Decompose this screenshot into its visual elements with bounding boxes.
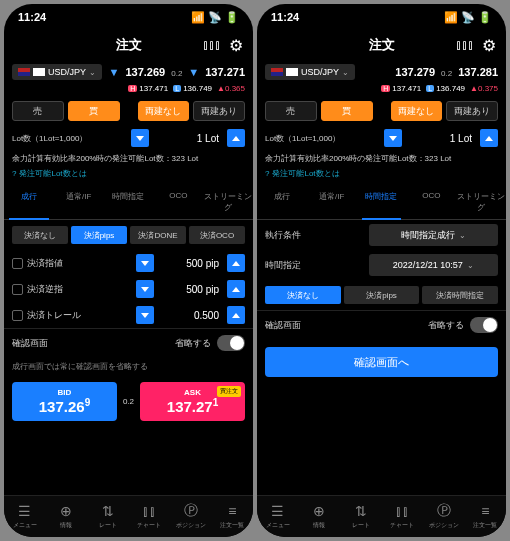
tab-market[interactable]: 成行: [257, 185, 307, 219]
lot-info-link[interactable]: ?発注可能Lot数とは: [4, 166, 253, 185]
seg-pips[interactable]: 決済pips: [344, 286, 420, 304]
chevron-down-icon: ⌄: [459, 231, 466, 240]
arrow-up-icon: ▲: [470, 84, 478, 93]
nav-menu[interactable]: ☰メニュー: [4, 496, 46, 537]
nav-orders[interactable]: ≡注文一覧: [212, 496, 254, 537]
phone-right: 11:24 📶 📡 🔋 注文 ⫿⫿⫿ ⚙ USD/JPY ⌄ 137.279 0…: [257, 4, 506, 537]
tab-market[interactable]: 成行: [4, 185, 54, 219]
nav-chart[interactable]: ⫿⫿チャート: [382, 496, 424, 537]
lot-info-link[interactable]: ?発注可能Lot数とは: [257, 166, 506, 185]
increment[interactable]: [227, 280, 245, 298]
tab-oco[interactable]: OCO: [153, 185, 203, 219]
arrow-down-icon: ▼: [188, 66, 199, 78]
lot-decrement[interactable]: [384, 129, 402, 147]
time-label: 時間指定: [265, 259, 365, 272]
pair-selector[interactable]: USD/JPY ⌄: [265, 64, 355, 80]
tab-oco[interactable]: OCO: [406, 185, 456, 219]
checkbox[interactable]: [12, 258, 23, 269]
seg-time[interactable]: 決済時間指定: [422, 286, 498, 304]
tab-normal[interactable]: 通常/IF: [307, 185, 357, 219]
rate-icon: ⇅: [353, 503, 369, 519]
increment[interactable]: [227, 254, 245, 272]
nav-position[interactable]: Ⓟポジション: [423, 496, 465, 537]
seg-pips[interactable]: 決済pips: [71, 226, 127, 244]
checkbox[interactable]: [12, 284, 23, 295]
rate-icon: ⇅: [100, 503, 116, 519]
lot-increment[interactable]: [227, 129, 245, 147]
nav-rate[interactable]: ⇅レート: [87, 496, 129, 537]
phone-left: 11:24 📶 📡 🔋 注文 ⫿⫿⫿ ⚙ USD/JPY ⌄ ▼137.269 …: [4, 4, 253, 537]
nav-menu[interactable]: ☰メニュー: [257, 496, 299, 537]
sell-button[interactable]: 売: [12, 101, 64, 121]
cross-none-button[interactable]: 両建なし: [391, 101, 443, 121]
increment[interactable]: [227, 306, 245, 324]
decrement[interactable]: [136, 254, 154, 272]
sell-button[interactable]: 売: [265, 101, 317, 121]
lot-decrement[interactable]: [131, 129, 149, 147]
nav-rate[interactable]: ⇅レート: [340, 496, 382, 537]
question-icon: ?: [265, 169, 269, 178]
lot-increment[interactable]: [480, 129, 498, 147]
lot-value[interactable]: 1 Lot: [153, 133, 223, 144]
chart-icon: ⫿⫿: [394, 503, 410, 519]
bid-price: 137.279: [395, 66, 435, 78]
tab-normal[interactable]: 通常/IF: [54, 185, 104, 219]
confirm-toggle[interactable]: [470, 317, 498, 333]
nav-info[interactable]: ⊕情報: [46, 496, 88, 537]
margin-info: 余力計算有効比率200%時の発注可能Lot数：323 Lot: [4, 151, 253, 166]
cross-none-button[interactable]: 両建なし: [138, 101, 190, 121]
chart-icon[interactable]: ⫿⫿⫿: [456, 38, 474, 52]
gear-icon[interactable]: ⚙: [229, 36, 243, 55]
battery-icon: 🔋: [478, 11, 492, 24]
nav-orders[interactable]: ≡注文一覧: [465, 496, 507, 537]
decrement[interactable]: [136, 306, 154, 324]
trail-value[interactable]: 0.500: [158, 310, 223, 321]
buy-button[interactable]: 買: [68, 101, 120, 121]
buy-button[interactable]: 買: [321, 101, 373, 121]
chart-icon[interactable]: ⫿⫿⫿: [203, 38, 221, 52]
cross-yes-button[interactable]: 両建あり: [193, 101, 245, 121]
time-select[interactable]: 2022/12/21 10:57⌄: [369, 254, 498, 276]
field-stop: 決済逆指 500 pip: [4, 276, 253, 302]
lot-label: Lot数（1Lot=1,000）: [265, 133, 380, 144]
time: 11:24: [18, 11, 46, 23]
tab-time[interactable]: 時間指定: [357, 185, 407, 219]
time: 11:24: [271, 11, 299, 23]
nav-chart[interactable]: ⫿⫿チャート: [129, 496, 171, 537]
nav-position[interactable]: Ⓟポジション: [170, 496, 212, 537]
field-trail: 決済トレール 0.500: [4, 302, 253, 328]
nav-info[interactable]: ⊕情報: [299, 496, 341, 537]
pair-selector[interactable]: USD/JPY ⌄: [12, 64, 102, 80]
decrement[interactable]: [136, 280, 154, 298]
limit-value[interactable]: 500 pip: [158, 258, 223, 269]
low-val: 136.749: [436, 84, 465, 93]
confirm-toggle[interactable]: [217, 335, 245, 351]
pair-row: USD/JPY ⌄ ▼137.269 0.2 ▼137.271: [4, 60, 253, 84]
lot-value[interactable]: 1 Lot: [406, 133, 476, 144]
seg-none[interactable]: 決済なし: [265, 286, 341, 304]
position-icon: Ⓟ: [183, 503, 199, 519]
confirm-button[interactable]: 確認画面へ: [265, 347, 498, 377]
cross-yes-button[interactable]: 両建あり: [446, 101, 498, 121]
delta-val: 0.365: [225, 84, 245, 93]
header: 注文 ⫿⫿⫿ ⚙: [257, 30, 506, 60]
seg-none[interactable]: 決済なし: [12, 226, 68, 244]
seg-done[interactable]: 決済DONE: [130, 226, 186, 244]
battery-icon: 🔋: [225, 11, 239, 24]
tab-time[interactable]: 時間指定: [104, 185, 154, 219]
sub-prices: H137.471 L136.749 ▲0.365: [4, 84, 253, 97]
chevron-down-icon: ⌄: [89, 68, 96, 77]
tab-streaming[interactable]: ストリーミング: [456, 185, 506, 219]
bid-box[interactable]: BID 137.269: [12, 382, 117, 421]
ask-badge: 買注文: [217, 386, 241, 397]
checkbox[interactable]: [12, 310, 23, 321]
tab-streaming[interactable]: ストリーミング: [203, 185, 253, 219]
chevron-down-icon: ⌄: [342, 68, 349, 77]
seg-oco[interactable]: 決済OCO: [189, 226, 245, 244]
gear-icon[interactable]: ⚙: [482, 36, 496, 55]
exec-select[interactable]: 時間指定成行⌄: [369, 224, 498, 246]
flag-jp-icon: [33, 68, 45, 76]
globe-icon: ⊕: [311, 503, 327, 519]
ask-box[interactable]: 買注文 ASK 137.271: [140, 382, 245, 421]
stop-value[interactable]: 500 pip: [158, 284, 223, 295]
